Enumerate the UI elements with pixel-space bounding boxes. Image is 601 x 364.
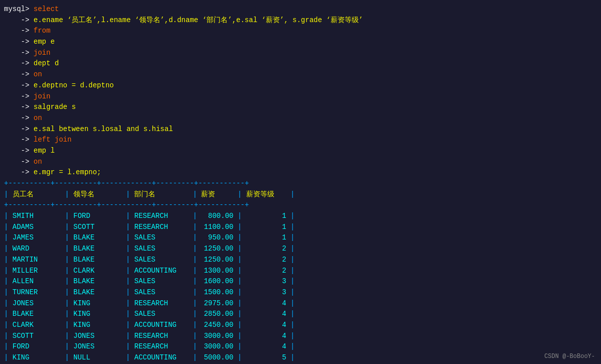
- table-divider-top: +----------+----------+------------+----…: [0, 178, 601, 189]
- sql-content-5: dept d: [34, 58, 59, 69]
- row-border-1: |: [61, 266, 73, 277]
- row-border-5: |: [286, 341, 295, 352]
- row-border-5: |: [286, 298, 295, 309]
- cell-lname: BLAKE: [73, 232, 122, 244]
- arrow-7: ->: [4, 80, 34, 91]
- watermark: CSDN @-BoBooY-: [544, 353, 595, 360]
- row-border-3: |: [188, 331, 201, 342]
- table-row: | TURNER | BLAKE | SALES | 1500.00 | 3 |: [0, 287, 601, 298]
- row-border-3: |: [188, 232, 201, 244]
- row-border-1: |: [61, 341, 73, 352]
- arrow-14: ->: [4, 157, 34, 168]
- col-border-h0: |: [4, 189, 13, 200]
- arrow-8: ->: [4, 91, 34, 102]
- arrow-1: ->: [4, 15, 34, 26]
- row-border-2: |: [122, 331, 134, 342]
- cell-grade: 1: [246, 232, 286, 244]
- row-border-0: |: [4, 232, 13, 244]
- sql-content-15: e.mgr = l.empno;: [34, 167, 101, 178]
- row-border-3: |: [188, 352, 201, 363]
- row-border-1: |: [61, 331, 73, 342]
- cell-ename: MILLER: [13, 266, 61, 277]
- cell-lname: SCOTT: [73, 222, 122, 233]
- table-row: | MILLER | CLARK | ACCOUNTING | 1300.00 …: [0, 266, 601, 277]
- row-border-4: |: [233, 276, 246, 287]
- row-border-2: |: [122, 232, 134, 244]
- table-row: | MARTIN | BLAKE | SALES | 1250.00 | 2 |: [0, 255, 601, 266]
- cell-sal: 1250.00: [201, 244, 233, 255]
- table-row: | SMITH | FORD | RESEARCH | 800.00 | 1 |: [0, 211, 601, 222]
- sql-line-1: -> e.ename ‘员工名’,l.ename ‘领导名’,d.dname ‘…: [0, 15, 601, 26]
- col-sal-header: 薪资: [201, 189, 233, 200]
- row-border-1: |: [61, 232, 73, 244]
- row-border-5: |: [286, 244, 295, 255]
- table-body: | SMITH | FORD | RESEARCH | 800.00 | 1 |…: [0, 211, 601, 363]
- sql-content-13: emp l: [34, 146, 55, 157]
- cell-ename: MARTIN: [13, 255, 61, 266]
- arrow-4: ->: [4, 48, 34, 59]
- cell-ename: CLARK: [13, 320, 61, 331]
- cell-grade: 2: [246, 244, 286, 255]
- row-border-2: |: [122, 298, 134, 309]
- row-border-3: |: [188, 211, 201, 222]
- cell-ename: BLAKE: [13, 309, 61, 320]
- cell-grade: 4: [246, 320, 286, 331]
- cell-sal: 950.00: [201, 232, 233, 244]
- cell-dname: SALES: [134, 255, 188, 266]
- row-border-0: |: [4, 222, 13, 233]
- row-border-5: |: [286, 211, 295, 222]
- cell-dname: RESEARCH: [134, 331, 188, 342]
- row-border-5: |: [286, 255, 295, 266]
- row-border-5: |: [286, 276, 295, 287]
- cell-dname: ACCOUNTING: [134, 352, 188, 363]
- sql-line-2: -> from: [0, 26, 601, 37]
- cell-sal: 2450.00: [201, 320, 233, 331]
- row-border-3: |: [188, 244, 201, 255]
- row-border-1: |: [61, 298, 73, 309]
- cell-lname: BLAKE: [73, 244, 122, 255]
- row-border-3: |: [188, 341, 201, 352]
- row-border-2: |: [122, 352, 134, 363]
- col-border-h2: |: [122, 189, 134, 200]
- row-border-2: |: [122, 244, 134, 255]
- col-border-h1: |: [61, 189, 73, 200]
- cell-dname: RESEARCH: [134, 222, 188, 233]
- row-border-1: |: [61, 276, 73, 287]
- row-border-0: |: [4, 320, 13, 331]
- join-keyword-2: join: [34, 91, 51, 102]
- select-keyword: select: [34, 4, 59, 15]
- table-row: | JAMES | BLAKE | SALES | 950.00 | 1 |: [0, 232, 601, 244]
- row-border-2: |: [122, 211, 134, 222]
- sql-line-6: -> on: [0, 69, 601, 80]
- cell-lname: JONES: [73, 331, 122, 342]
- row-border-4: |: [233, 266, 246, 277]
- cell-sal: 3000.00: [201, 341, 233, 352]
- row-border-3: |: [188, 222, 201, 233]
- row-border-1: |: [61, 287, 73, 298]
- row-border-4: |: [233, 309, 246, 320]
- cell-ename: JAMES: [13, 232, 61, 244]
- row-border-3: |: [188, 255, 201, 266]
- cell-ename: FORD: [13, 341, 61, 352]
- table-row: | BLAKE | KING | SALES | 2850.00 | 4 |: [0, 309, 601, 320]
- cell-sal: 2975.00: [201, 298, 233, 309]
- cell-lname: KING: [73, 320, 122, 331]
- row-border-4: |: [233, 341, 246, 352]
- cell-lname: JONES: [73, 341, 122, 352]
- row-border-0: |: [4, 341, 13, 352]
- cell-dname: SALES: [134, 276, 188, 287]
- sql-content-1: e.ename ‘员工名’,l.ename ‘领导名’,d.dname ‘部门名…: [34, 15, 363, 26]
- on-keyword-2: on: [34, 113, 42, 124]
- cell-grade: 4: [246, 298, 286, 309]
- row-border-5: |: [286, 287, 295, 298]
- col-border-h5: |: [286, 189, 295, 200]
- arrow-3: ->: [4, 37, 34, 48]
- row-border-4: |: [233, 298, 246, 309]
- cell-ename: JONES: [13, 298, 61, 309]
- cell-ename: ALLEN: [13, 276, 61, 287]
- row-border-3: |: [188, 287, 201, 298]
- cell-ename: SCOTT: [13, 331, 61, 342]
- row-border-4: |: [233, 331, 246, 342]
- table-row: | SCOTT | JONES | RESEARCH | 3000.00 | 4…: [0, 331, 601, 342]
- arrow-2: ->: [4, 26, 34, 37]
